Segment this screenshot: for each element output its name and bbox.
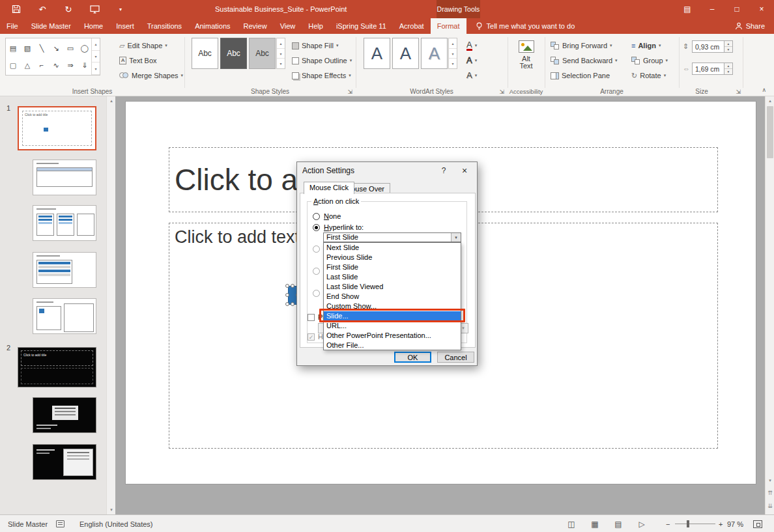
shape-icon[interactable]: ∿: [49, 57, 63, 74]
shape-width-input[interactable]: 1,69 cm: [692, 63, 724, 75]
thumbnail-layout-3[interactable]: [33, 252, 96, 288]
shape-icon[interactable]: ⇓: [78, 57, 92, 74]
tab-format[interactable]: Format: [431, 18, 466, 34]
spell-check-icon[interactable]: [56, 515, 64, 532]
radio-hyperlink-to[interactable]: [313, 224, 320, 231]
shape-icon[interactable]: ⌐: [35, 57, 49, 74]
spin-up-icon[interactable]: ▴: [724, 63, 732, 68]
merge-shapes-button[interactable]: Merge Shapes ▾: [119, 69, 183, 82]
bring-forward-button[interactable]: Bring Forward ▾: [551, 39, 612, 52]
thumbnail-layout-2[interactable]: [33, 205, 96, 241]
thumbnail-master-2[interactable]: Click to add title: [18, 347, 96, 387]
wordart-preview-3[interactable]: A: [421, 38, 448, 69]
align-button[interactable]: ≡ Align ▾: [631, 39, 661, 52]
share-button[interactable]: Share: [735, 18, 765, 34]
text-effects-button[interactable]: A ▾: [466, 69, 477, 82]
rotate-button[interactable]: ↻ Rotate ▾: [631, 69, 666, 82]
shape-height-input[interactable]: 0,93 cm: [692, 40, 724, 53]
tab-animations[interactable]: Animations: [188, 18, 236, 34]
thumbnail-master-1[interactable]: Click to add title: [18, 106, 96, 150]
zoom-percentage[interactable]: 97 %: [727, 515, 743, 532]
wordart-gallery-scroll[interactable]: ▴ ▾ ▾: [448, 38, 457, 69]
edit-shape-button[interactable]: ▱ Edit Shape ▾: [119, 39, 167, 52]
radio-run-program[interactable]: [313, 245, 320, 253]
shape-icon[interactable]: △: [20, 57, 35, 74]
gallery-scroll[interactable]: ▴ ▾ ▾: [91, 38, 100, 75]
tab-slide-master[interactable]: Slide Master: [25, 18, 78, 34]
tab-review[interactable]: Review: [237, 18, 274, 34]
shape-styles-dialog-launcher-icon[interactable]: ⇲: [347, 89, 352, 95]
scroll-down-icon[interactable]: ▾: [449, 48, 457, 59]
radio-hyperlink-label[interactable]: Hyperlink to:: [324, 223, 364, 231]
zoom-slider-thumb[interactable]: [687, 520, 689, 527]
thumbnail-dark-layout-1[interactable]: [33, 397, 96, 433]
spin-down-icon[interactable]: ▾: [724, 68, 732, 74]
slideshow-icon[interactable]: ▷: [636, 515, 648, 532]
cancel-button[interactable]: Cancel: [437, 352, 474, 363]
gallery-more-icon[interactable]: ▾: [92, 63, 100, 75]
shape-icon[interactable]: ▭: [63, 40, 78, 57]
start-slideshow-icon[interactable]: [89, 3, 100, 15]
ok-button[interactable]: OK: [394, 352, 431, 363]
scroll-down-icon[interactable]: ▾: [277, 48, 285, 59]
wordart-dialog-launcher-icon[interactable]: ⇲: [499, 89, 504, 95]
shape-icon[interactable]: ╲: [35, 40, 49, 57]
thumbnail-layout-1[interactable]: [33, 160, 96, 195]
thumbnail-dark-layout-2[interactable]: [33, 444, 96, 480]
scroll-up-icon[interactable]: ▴: [107, 96, 116, 105]
redo-icon[interactable]: ↻: [63, 3, 74, 15]
shape-icon[interactable]: ▢: [6, 57, 20, 74]
tab-home[interactable]: Home: [78, 18, 109, 34]
slide-sorter-icon[interactable]: ▦: [589, 515, 601, 532]
normal-view-icon[interactable]: ◫: [566, 515, 577, 532]
tab-transitions[interactable]: Transitions: [141, 18, 188, 34]
minimize-icon[interactable]: –: [700, 0, 724, 18]
list-item[interactable]: Other PowerPoint Presentation...: [324, 331, 461, 341]
thumbnail-scrollbar[interactable]: ▴ ▾: [106, 96, 115, 514]
group-button[interactable]: Group ▾: [631, 54, 668, 67]
more-styles-icon[interactable]: ▾: [277, 58, 285, 68]
tab-help[interactable]: Help: [302, 18, 330, 34]
resize-handle[interactable]: [285, 302, 289, 306]
shape-outline-button[interactable]: Shape Outline ▾: [292, 54, 352, 67]
shape-fill-button[interactable]: Shape Fill ▾: [292, 39, 338, 52]
shape-style-preview-1[interactable]: Abc: [192, 38, 218, 69]
scroll-down-icon[interactable]: ▾: [766, 476, 774, 485]
send-backward-button[interactable]: Send Backward ▾: [551, 54, 618, 67]
text-outline-button[interactable]: A ▾: [466, 54, 477, 67]
dialog-help-icon[interactable]: ?: [438, 165, 450, 176]
language-button[interactable]: English (United States): [79, 515, 153, 532]
shape-icon[interactable]: ◯: [78, 40, 92, 57]
tab-ispring-suite[interactable]: iSpring Suite 11: [330, 18, 393, 34]
thumbnail-layout-4[interactable]: [33, 298, 96, 334]
close-icon[interactable]: ×: [749, 0, 774, 18]
radio-none[interactable]: [313, 213, 320, 220]
list-item[interactable]: First Slide: [324, 262, 461, 272]
shape-icon[interactable]: ▤: [6, 40, 20, 57]
fit-slide-to-window-button[interactable]: [753, 515, 762, 532]
gallery-scroll-up-icon[interactable]: ▴: [92, 38, 100, 51]
radio-object-action[interactable]: [313, 290, 320, 297]
list-item[interactable]: Next Slide: [324, 243, 461, 253]
list-item[interactable]: Previous Slide: [324, 253, 461, 262]
alt-text-button[interactable]: Alt Text: [512, 38, 540, 85]
text-fill-button[interactable]: A ▾: [466, 39, 477, 52]
shape-effects-button[interactable]: Shape Effects ▾: [292, 69, 351, 82]
resize-handle[interactable]: [285, 284, 289, 288]
resize-handle[interactable]: [291, 302, 294, 306]
zoom-in-button[interactable]: +: [719, 515, 723, 532]
radio-run-macro[interactable]: [313, 268, 320, 275]
tab-file[interactable]: File: [0, 18, 25, 34]
combobox-dropdown-icon[interactable]: ▾: [451, 233, 461, 242]
tab-insert[interactable]: Insert: [109, 18, 141, 34]
resize-handle[interactable]: [285, 293, 289, 297]
spin-up-icon[interactable]: ▴: [724, 41, 732, 46]
highlight-click-checkbox[interactable]: ✓: [308, 333, 315, 341]
scroll-up-icon[interactable]: ▴: [277, 38, 285, 48]
shape-width-spinner[interactable]: ▴ ▾: [724, 63, 733, 75]
radio-none-label[interactable]: None: [324, 212, 341, 220]
list-item[interactable]: Last Slide: [324, 272, 461, 282]
dialog-close-icon[interactable]: ×: [459, 165, 470, 176]
shape-icon[interactable]: ▧: [20, 40, 35, 57]
tab-acrobat[interactable]: Acrobat: [393, 18, 431, 34]
